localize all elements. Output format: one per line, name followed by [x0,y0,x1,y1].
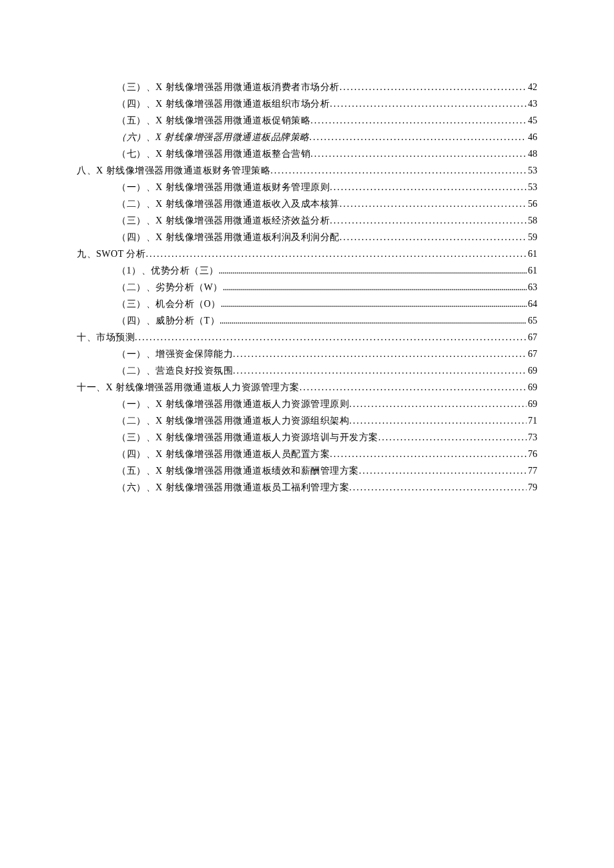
toc-leader [349,412,527,429]
toc-entry: （一）、X 射线像增强器用微通道板人力资源管理原则69 [77,396,537,412]
toc-entry: （六）、X 射线像增强器用微通道板员工福利管理方案79 [77,479,537,496]
toc-entry: （三）、X 射线像增强器用微通道板人力资源培训与开发方案73 [77,429,537,446]
toc-entry-page: 53 [527,162,537,179]
toc-leader [349,479,527,496]
toc-entry: （四）、X 射线像增强器用微通道板人员配置方案76 [77,446,537,462]
toc-entry: （二）、X 射线像增强器用微通道板收入及成本核算56 [77,195,537,212]
toc-entry-page: 43 [527,95,537,112]
toc-leader [378,429,527,446]
toc-leader [330,212,527,229]
toc-entry-page: 56 [527,195,537,212]
toc-entry-page: 63 [527,279,537,296]
toc-entry-label: 八、X 射线像增强器用微通道板财务管理策略 [77,162,270,179]
toc-entry: 十、市场预测67 [77,329,537,346]
toc-entry-label: 十、市场预测 [77,329,135,346]
toc-entry-page: 76 [527,446,537,462]
toc-entry: （二）、劣势分析（W）63 [77,279,537,296]
toc-leader [223,279,527,296]
toc-leader [340,229,527,246]
toc-entry-label: （三）、机会分析（O） [117,296,221,312]
toc-entry-page: 53 [527,179,537,195]
toc-entry-label: （三）、X 射线像增强器用微通道板消费者市场分析 [117,79,340,95]
toc-leader [300,379,527,396]
toc-entry: （1）、优势分析（三）61 [77,262,537,279]
toc-entry: （四）、X 射线像增强器用微通道板组织市场分析43 [77,95,537,112]
toc-entry-label: （二）、X 射线像增强器用微通道板人力资源组织架构 [117,412,349,429]
toc-leader [310,145,527,162]
toc-leader [219,262,527,279]
toc-leader [233,346,527,362]
toc-entry-label: 十一、X 射线像增强器用微通道板人力资源管理方案 [77,379,300,396]
toc-entry-page: 61 [527,246,537,262]
toc-entry-page: 64 [527,296,537,312]
toc-entry-label: （五）、X 射线像增强器用微通道板绩效和薪酬管理方案 [117,462,359,479]
toc-entry-label: （四）、威胁分析（T） [117,312,220,329]
toc-leader [340,195,527,212]
toc-entry-page: 67 [527,346,537,362]
toc-entry-label: （二）、劣势分析（W） [117,279,223,296]
toc-entry-page: 59 [527,229,537,246]
toc-entry: （三）、X 射线像增强器用微通道板经济效益分析58 [77,212,537,229]
toc-entry-page: 42 [527,79,537,95]
toc-leader [330,446,527,462]
toc-leader [330,179,527,195]
toc-entry-page: 45 [527,112,537,129]
toc-entry: （二）、X 射线像增强器用微通道板人力资源组织架构71 [77,412,537,429]
toc-entry: （三）、X 射线像增强器用微通道板消费者市场分析42 [77,79,537,95]
toc-entry: （五）、X 射线像增强器用微通道板促销策略45 [77,112,537,129]
toc-entry: （一）、X 射线像增强器用微通道板财务管理原则53 [77,179,537,195]
toc-entry-label: 九、SWOT 分析 [77,246,145,262]
toc-leader [135,329,527,346]
toc-entry: （七）、X 射线像增强器用微通道板整合营销48 [77,145,537,162]
toc-entry-page: 61 [527,262,537,279]
toc-leader [340,79,527,95]
toc-entry: 八、X 射线像增强器用微通道板财务管理策略53 [77,162,537,179]
toc-entry-page: 48 [527,145,537,162]
toc-entry-page: 77 [527,462,537,479]
toc-entry-page: 67 [527,329,537,346]
toc-entry: （四）、X 射线像增强器用微通道板利润及利润分配59 [77,229,537,246]
toc-entry-page: 73 [527,429,537,446]
toc-entry-label: （四）、X 射线像增强器用微通道板人员配置方案 [117,446,330,462]
toc-leader [221,296,527,312]
toc-entry-page: 65 [527,312,537,329]
toc-leader [220,312,527,329]
toc-entry-label: （一）、X 射线像增强器用微通道板人力资源管理原则 [117,396,349,412]
toc-entry-label: （1）、优势分析（三） [117,262,219,279]
toc-entry-label: （一）、X 射线像增强器用微通道板财务管理原则 [117,179,330,195]
toc-entry: （五）、X 射线像增强器用微通道板绩效和薪酬管理方案77 [77,462,537,479]
toc-entry-label: （六）、X 射线像增强器用微通道板品牌策略 [117,129,310,145]
toc-entry: 九、SWOT 分析61 [77,246,537,262]
toc-entry-label: （二）、营造良好投资氛围 [117,362,233,379]
toc-entry-label: （二）、X 射线像增强器用微通道板收入及成本核算 [117,195,340,212]
toc-leader [233,362,527,379]
table-of-contents: （三）、X 射线像增强器用微通道板消费者市场分析42（四）、X 射线像增强器用微… [77,79,537,496]
toc-entry-page: 71 [527,412,537,429]
toc-entry-label: （六）、X 射线像增强器用微通道板员工福利管理方案 [117,479,349,496]
toc-leader [330,95,527,112]
toc-entry: 十一、X 射线像增强器用微通道板人力资源管理方案69 [77,379,537,396]
toc-entry: （三）、机会分析（O）64 [77,296,537,312]
toc-entry-label: （三）、X 射线像增强器用微通道板人力资源培训与开发方案 [117,429,378,446]
toc-leader [310,129,527,145]
toc-leader [145,246,527,262]
toc-entry-page: 69 [527,379,537,396]
toc-entry: （二）、营造良好投资氛围69 [77,362,537,379]
toc-entry-label: （五）、X 射线像增强器用微通道板促销策略 [117,112,310,129]
toc-entry-label: （七）、X 射线像增强器用微通道板整合营销 [117,145,310,162]
toc-entry-label: （一）、增强资金保障能力 [117,346,233,362]
toc-leader [270,162,527,179]
toc-leader [359,462,527,479]
toc-leader [310,112,527,129]
toc-entry-page: 58 [527,212,537,229]
toc-leader [349,396,527,412]
toc-entry-page: 69 [527,396,537,412]
toc-entry-label: （四）、X 射线像增强器用微通道板组织市场分析 [117,95,330,112]
toc-entry-page: 46 [527,129,537,145]
toc-entry: （四）、威胁分析（T）65 [77,312,537,329]
toc-entry-page: 79 [527,479,537,496]
toc-entry-page: 69 [527,362,537,379]
toc-entry-label: （四）、X 射线像增强器用微通道板利润及利润分配 [117,229,340,246]
toc-entry-label: （三）、X 射线像增强器用微通道板经济效益分析 [117,212,330,229]
toc-entry: （六）、X 射线像增强器用微通道板品牌策略46 [77,129,537,145]
